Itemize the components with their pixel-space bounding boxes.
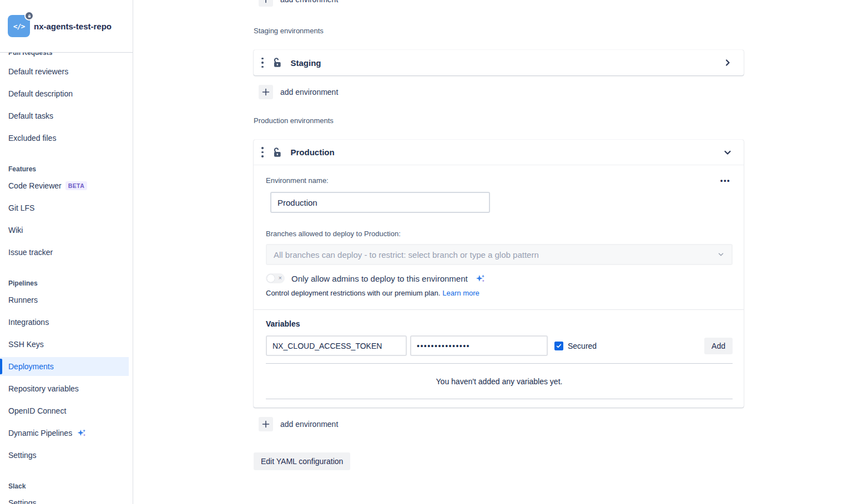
sidebar-item-label: Deployments [8, 362, 54, 371]
sidebar-item-repository-variables[interactable]: Repository variables [0, 378, 129, 400]
sidebar-header-slack: Slack [0, 481, 133, 492]
variable-value-input[interactable] [410, 335, 548, 356]
sidebar-item-label: Excluded files [8, 134, 56, 142]
admins-only-label: Only allow admins to deploy to this envi… [291, 274, 468, 283]
section-divider [254, 309, 744, 310]
plus-icon [259, 0, 273, 7]
sidebar-item-wiki[interactable]: Wiki [0, 219, 129, 241]
premium-plan-text: Control deployment restrictions with our… [266, 289, 440, 297]
unlock-icon [271, 147, 282, 158]
production-environment-card: Production Environment name: ••• Branche… [254, 140, 744, 408]
staging-environment-card: Staging [254, 50, 744, 75]
branches-allowed-label: Branches allowed to deploy to Production… [266, 230, 733, 238]
deployments-content: add environment Staging environments Sta… [254, 0, 744, 470]
sidebar-item-label: Code Reviewer [8, 181, 62, 190]
sidebar-item-settings[interactable]: Settings [0, 444, 129, 466]
drag-handle-icon[interactable] [259, 57, 266, 69]
sidebar-item-runners[interactable]: Runners [0, 289, 129, 311]
sidebar-item-label: Runners [8, 296, 38, 304]
sidebar-item-label: Pipelines [8, 279, 38, 287]
beta-badge: BETA [65, 181, 87, 190]
chevron-down-icon[interactable] [721, 146, 734, 159]
staging-environments-label: Staging environments [254, 27, 744, 35]
production-environment-body: Environment name: ••• Branches allowed t… [254, 176, 744, 408]
repo-name: nx-agents-test-repo [34, 22, 112, 31]
sidebar-item-git-lfs[interactable]: Git LFS [0, 197, 129, 219]
sparkle-icon [77, 428, 87, 438]
production-environments-label: Production environments [254, 116, 744, 125]
secured-label: Secured [568, 342, 597, 350]
edit-yaml-configuration-button[interactable]: Edit YAML configuration [254, 452, 350, 470]
learn-more-link[interactable]: Learn more [442, 289, 479, 297]
sidebar-item-openid-connect[interactable]: OpenID Connect [0, 400, 129, 422]
staging-environment-header[interactable]: Staging [254, 50, 744, 75]
sidebar-header-pipelines: Pipelines [0, 278, 133, 289]
more-options-icon[interactable]: ••• [718, 175, 733, 186]
add-environment-label: add environment [280, 88, 338, 96]
sparkle-icon [475, 273, 486, 284]
sidebar-item-dynamic-pipelines[interactable]: Dynamic Pipelines [0, 422, 129, 444]
admins-only-toggle[interactable]: × [266, 273, 285, 283]
sidebar-item-default-tasks[interactable]: Default tasks [0, 105, 129, 127]
sidebar-item-code-reviewer[interactable]: Code ReviewerBETA [0, 175, 129, 197]
sidebar-item-label: Default reviewers [8, 67, 68, 76]
sidebar-item-label: SSH Keys [8, 340, 44, 349]
variables-divider [266, 399, 733, 399]
sidebar-item-label: Dynamic Pipelines [8, 429, 72, 437]
plus-icon [259, 85, 273, 99]
add-environment-label: add environment [280, 0, 338, 4]
app-window: </> nx-agents-test-repo Pull RequestsDef… [0, 0, 863, 504]
secured-checkbox[interactable] [554, 342, 563, 350]
sidebar-item-ssh-keys[interactable]: SSH Keys [0, 333, 129, 355]
sidebar-item-label: OpenID Connect [8, 406, 66, 415]
environment-name-input[interactable] [270, 192, 490, 213]
private-lock-badge [24, 11, 34, 21]
variables-divider [266, 363, 733, 364]
branch-select-placeholder: All branches can deploy - to restrict: s… [274, 250, 539, 259]
sidebar-header-features: Features [0, 164, 133, 175]
sidebar-item-label: Repository variables [8, 384, 79, 393]
add-variable-button[interactable]: Add [704, 338, 733, 354]
sidebar-item-excluded-files[interactable]: Excluded files [0, 127, 129, 149]
variables-heading: Variables [266, 319, 733, 328]
environment-name-label: Environment name: [266, 176, 329, 185]
lock-icon [27, 14, 32, 18]
sidebar-item-integrations[interactable]: Integrations [0, 311, 129, 333]
sidebar-item-label: Issue tracker [8, 248, 53, 257]
sidebar-item-label: Default tasks [8, 111, 53, 120]
variable-name-input[interactable] [266, 335, 407, 356]
chevron-down-icon [717, 251, 725, 258]
sidebar-nav: Pull RequestsDefault reviewersDefault de… [0, 47, 133, 504]
repo-avatar: </> [8, 15, 30, 37]
sidebar-item-label: Wiki [8, 226, 23, 235]
main-panel: add environment Staging environments Sta… [133, 0, 863, 504]
sidebar-item-label: Git LFS [8, 203, 34, 212]
chevron-right-icon[interactable] [721, 56, 734, 69]
branch-restriction-select[interactable]: All branches can deploy - to restrict: s… [266, 244, 733, 265]
sidebar-item-default-reviewers[interactable]: Default reviewers [0, 60, 129, 83]
environment-name: Production [291, 147, 335, 157]
repo-header: </> nx-agents-test-repo [0, 0, 133, 53]
sidebar-item-default-description[interactable]: Default description [0, 83, 129, 105]
sidebar-item-issue-tracker[interactable]: Issue tracker [0, 241, 129, 263]
environment-name: Staging [291, 58, 321, 68]
sidebar-item-settings[interactable]: Settings [0, 492, 129, 504]
production-environment-header[interactable]: Production [254, 140, 744, 165]
sidebar-item-label: Settings [8, 498, 37, 504]
add-environment-label: add environment [280, 420, 338, 429]
add-staging-environment-button[interactable]: add environment [254, 85, 744, 99]
sidebar-item-deployments[interactable]: Deployments [0, 355, 129, 378]
sidebar-item-label: Slack [8, 482, 26, 490]
drag-handle-icon[interactable] [259, 146, 266, 159]
sidebar-item-label: Default description [8, 89, 73, 98]
unlock-icon [271, 57, 282, 68]
plus-icon [259, 417, 273, 431]
sidebar-item-label: Integrations [8, 318, 49, 327]
variables-empty-text: You haven't added any variables yet. [266, 377, 733, 386]
sidebar-item-label: Settings [8, 451, 37, 460]
add-production-environment-button[interactable]: add environment [254, 417, 744, 431]
add-environment-button-top[interactable]: add environment [254, 0, 744, 7]
sidebar: </> nx-agents-test-repo Pull RequestsDef… [0, 0, 133, 504]
checkbox-check-icon [556, 343, 562, 349]
sidebar-item-label: Features [8, 165, 36, 173]
